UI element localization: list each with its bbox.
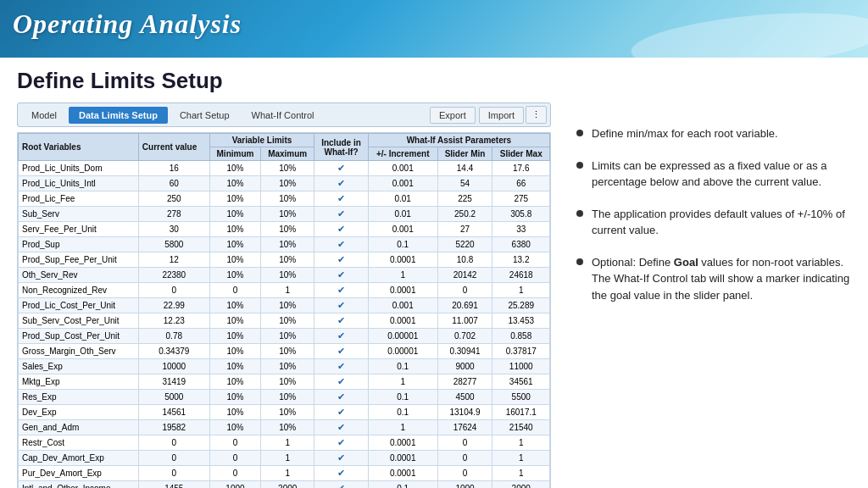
cell-value[interactable]: 10% <box>261 374 314 390</box>
cell-value: 13.2 <box>492 252 550 268</box>
bullet-item: Limits can be expressed as a fixed value… <box>576 158 851 191</box>
cell-value[interactable]: 1 <box>261 435 314 451</box>
cell-value: 2000 <box>492 481 550 489</box>
cell-value: 1000 <box>209 481 260 489</box>
cell-value: 33 <box>492 222 550 237</box>
cell-value: ✔ <box>314 176 369 191</box>
cell-value: 28277 <box>437 374 492 390</box>
table-row: Sub_Serv27810%10%✔0.01250.2305.8 <box>19 207 550 222</box>
tab-data-limits-setup[interactable]: Data Limits Setup <box>69 107 168 124</box>
bullet-dot <box>576 162 583 169</box>
cell-value: 1 <box>492 435 550 451</box>
cell-value[interactable]: 10% <box>261 390 314 405</box>
cell-value: 0.1 <box>368 481 437 489</box>
cell-value: 10% <box>209 298 260 313</box>
table-row: Intl_and_Other_Income145510002000✔0.1100… <box>19 481 550 489</box>
header-banner: Operating Analysis <box>0 0 868 58</box>
cell-value: 0 <box>138 466 209 481</box>
cell-value: 250.2 <box>437 207 492 222</box>
bullet-text: Limits can be expressed as a fixed value… <box>592 158 851 191</box>
content-area: Define Limits Setup Model Data Limits Se… <box>0 58 868 488</box>
cell-value: 20142 <box>437 268 492 283</box>
cell-value: 9000 <box>437 359 492 374</box>
col-current-value: Current value <box>138 134 209 161</box>
cell-value: ✔ <box>314 435 369 451</box>
bullet-text: The application provides default values … <box>592 206 851 239</box>
cell-value: ✔ <box>314 329 369 344</box>
cell-value[interactable]: 10% <box>261 313 314 329</box>
cell-value: 1 <box>368 268 437 283</box>
more-options-button[interactable]: ⋮ <box>526 106 547 124</box>
cell-value: ✔ <box>314 252 369 268</box>
cell-value: 31419 <box>138 374 209 390</box>
cell-value: 13104.9 <box>437 405 492 420</box>
cell-value: ✔ <box>314 481 369 489</box>
import-button[interactable]: Import <box>479 107 524 124</box>
cell-value: 0 <box>138 283 209 298</box>
cell-value[interactable]: 10% <box>261 222 314 237</box>
cell-row-name: Prod_Lic_Fee <box>19 191 139 207</box>
cell-value: 11.007 <box>437 313 492 329</box>
cell-value: 16 <box>138 161 209 176</box>
cell-value[interactable]: 1 <box>261 466 314 481</box>
cell-value[interactable]: 10% <box>261 252 314 268</box>
cell-value: 10% <box>209 405 260 420</box>
cell-value: 12 <box>138 252 209 268</box>
cell-row-name: Sub_Serv_Cost_Per_Unit <box>19 313 139 329</box>
cell-value: 0.01 <box>368 207 437 222</box>
cell-value: 0.858 <box>492 329 550 344</box>
bullet-dot <box>576 258 583 265</box>
col-slider-max: Slider Max <box>492 147 550 161</box>
cell-value: ✔ <box>314 222 369 237</box>
cell-value: 0.78 <box>138 329 209 344</box>
cell-value[interactable]: 10% <box>261 298 314 313</box>
cell-row-name: Sub_Serv <box>19 207 139 222</box>
cell-value[interactable]: 10% <box>261 405 314 420</box>
cell-row-name: Oth_Serv_Rev <box>19 268 139 283</box>
cell-value[interactable]: 10% <box>261 176 314 191</box>
cell-value: 0.37817 <box>492 344 550 359</box>
cell-value: ✔ <box>314 451 369 466</box>
cell-value: 5500 <box>492 390 550 405</box>
cell-value[interactable]: 10% <box>261 268 314 283</box>
cell-value[interactable]: 10% <box>261 191 314 207</box>
cell-value: 0.702 <box>437 329 492 344</box>
cell-value: 1 <box>492 451 550 466</box>
cell-value: 5800 <box>138 237 209 252</box>
cell-value: 275 <box>492 191 550 207</box>
cell-value: 1 <box>492 283 550 298</box>
tabs-bar: Model Data Limits Setup Chart Setup What… <box>17 103 551 127</box>
cell-value: 4500 <box>437 390 492 405</box>
left-panel: Define Limits Setup Model Data Limits Se… <box>0 58 559 488</box>
cell-value: 10% <box>209 222 260 237</box>
bullet-text: Define min/max for each root variable. <box>592 125 778 142</box>
table-row: Res_Exp500010%10%✔0.145005500 <box>19 390 550 405</box>
table-row: Oth_Serv_Rev2238010%10%✔12014224618 <box>19 268 550 283</box>
cell-value[interactable]: 10% <box>261 207 314 222</box>
cell-value[interactable]: 10% <box>261 161 314 176</box>
cell-value[interactable]: 10% <box>261 420 314 435</box>
cell-value: 14561 <box>138 405 209 420</box>
tab-model[interactable]: Model <box>21 107 67 124</box>
cell-value: 0.1 <box>368 390 437 405</box>
cell-value[interactable]: 1 <box>261 283 314 298</box>
cell-value: 17.6 <box>492 161 550 176</box>
cell-value: 10% <box>209 191 260 207</box>
bullet-text: Optional: Define Goal values for non-roo… <box>592 254 851 304</box>
cell-row-name: Restr_Cost <box>19 435 139 451</box>
cell-value: 27 <box>437 222 492 237</box>
cell-value[interactable]: 10% <box>261 359 314 374</box>
export-button[interactable]: Export <box>430 107 476 124</box>
table-row: Prod_Lic_Units_Intl6010%10%✔0.0015466 <box>19 176 550 191</box>
cell-value[interactable]: 2000 <box>261 481 314 489</box>
cell-value: 250 <box>138 191 209 207</box>
cell-value: 0.0001 <box>368 313 437 329</box>
cell-value[interactable]: 10% <box>261 237 314 252</box>
cell-value: 0 <box>138 451 209 466</box>
cell-value: ✔ <box>314 161 369 176</box>
cell-value[interactable]: 10% <box>261 329 314 344</box>
tab-chart-setup[interactable]: Chart Setup <box>170 107 240 124</box>
cell-value[interactable]: 10% <box>261 344 314 359</box>
cell-value[interactable]: 1 <box>261 451 314 466</box>
tab-what-if-control[interactable]: What-If Control <box>242 107 325 124</box>
